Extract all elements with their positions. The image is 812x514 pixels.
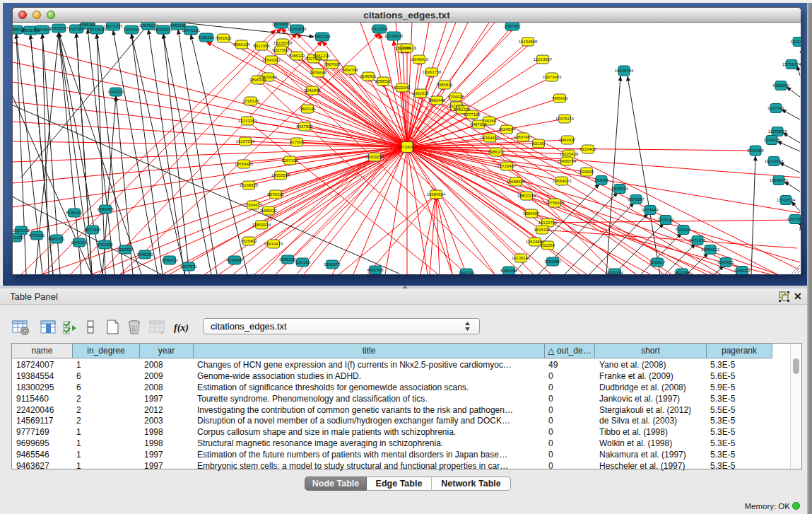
svg-text:7648350: 7648350 [136,252,153,257]
svg-text:417006: 417006 [290,140,305,144]
svg-text:1588520: 1588520 [375,79,392,83]
svg-text:19654985: 19654985 [235,162,254,166]
svg-text:20364436: 20364436 [481,136,500,140]
svg-text:6966160: 6966160 [79,23,96,27]
svg-text:7515526: 7515526 [123,28,140,32]
svg-text:10653267: 10653267 [49,26,69,30]
svg-text:8990448: 8990448 [428,98,445,103]
svg-text:8281489: 8281489 [500,269,517,273]
svg-text:7101226: 7101226 [294,260,311,264]
svg-text:15751074: 15751074 [782,62,801,66]
svg-text:10688609: 10688609 [507,180,526,184]
svg-text:13495794: 13495794 [558,159,577,163]
svg-text:7632621: 7632621 [675,228,692,232]
svg-text:8813054: 8813054 [371,27,388,31]
svg-text:9462158: 9462158 [170,23,187,28]
svg-text:8878332: 8878332 [267,192,284,197]
svg-text:8938914: 8938914 [611,187,628,191]
svg-text:16914479: 16914479 [264,242,283,246]
svg-text:3389083: 3389083 [97,207,114,211]
svg-text:9463627: 9463627 [559,138,576,142]
svg-text:19166825: 19166825 [240,183,259,187]
svg-text:746266: 746266 [482,119,497,123]
svg-text:12213369: 12213369 [238,119,257,123]
svg-text:79756928: 79756928 [546,201,565,205]
svg-text:8495931: 8495931 [48,237,65,241]
svg-text:9166978: 9166978 [324,262,341,267]
svg-text:9570154: 9570154 [606,271,623,274]
svg-text:9227343: 9227343 [767,106,784,110]
svg-text:15809934: 15809934 [252,223,271,227]
svg-text:19654923: 19654923 [553,179,572,183]
svg-text:9245652: 9245652 [717,260,734,264]
svg-text:7663822: 7663822 [215,36,232,40]
svg-text:11325419: 11325419 [398,46,417,50]
svg-text:699695: 699695 [579,170,594,174]
svg-text:8427552: 8427552 [296,124,313,129]
svg-text:4801845: 4801845 [367,268,384,272]
svg-text:4752553: 4752553 [96,243,113,247]
svg-text:3624534: 3624534 [498,127,515,132]
svg-text:15720407: 15720407 [498,164,517,168]
svg-text:1161559: 1161559 [13,235,24,240]
svg-text:12975115: 12975115 [555,117,575,121]
svg-text:8912954: 8912954 [253,44,270,48]
svg-text:9242845: 9242845 [304,88,321,93]
svg-text:9674444: 9674444 [642,208,659,212]
svg-text:16543362: 16543362 [262,58,281,62]
svg-text:9498222: 9498222 [260,209,277,213]
svg-text:2718176: 2718176 [242,99,259,103]
svg-text:2387682: 2387682 [504,24,521,28]
svg-text:6879197: 6879197 [628,197,645,201]
svg-text:19218506: 19218506 [384,34,404,38]
svg-text:7485063: 7485063 [551,96,568,100]
svg-text:10471211: 10471211 [182,28,201,33]
svg-text:164095: 164095 [594,178,609,182]
svg-text:3267130: 3267130 [281,158,298,163]
svg-text:8471676: 8471676 [689,238,706,243]
svg-text:2654235: 2654235 [13,228,30,233]
svg-text:1462704: 1462704 [458,271,475,274]
svg-text:16033809: 16033809 [272,23,291,26]
svg-text:16120746: 16120746 [539,221,558,225]
svg-text:8960124: 8960124 [233,42,250,47]
svg-text:19384554: 19384554 [427,192,446,197]
svg-text:10025438: 10025438 [560,152,579,156]
svg-text:8454749: 8454749 [341,68,358,72]
svg-text:9245012: 9245012 [734,269,751,273]
svg-text:7955812: 7955812 [436,83,453,87]
svg-text:3215958: 3215958 [747,148,764,153]
svg-text:252254: 252254 [541,243,555,247]
svg-text:4192832: 4192832 [117,247,134,252]
svg-text:4238849: 4238849 [226,258,243,262]
svg-text:14136141: 14136141 [512,256,531,260]
svg-text:13226058: 13226058 [273,41,293,45]
svg-text:12093853: 12093853 [768,129,787,134]
svg-text:6794028: 6794028 [447,95,464,99]
svg-text:2967608: 2967608 [324,62,341,66]
svg-text:18807249: 18807249 [517,194,536,198]
svg-text:f(x): f(x) [174,322,189,334]
svg-text:x: x [160,329,164,336]
svg-text:9146821: 9146821 [360,74,377,78]
svg-text:16961758: 16961758 [423,70,442,74]
svg-text:8186323: 8186323 [288,54,305,58]
svg-text:16053809: 16053809 [288,27,307,31]
svg-text:16640910: 16640910 [410,57,429,62]
svg-text:3875645: 3875645 [310,71,326,75]
svg-text:9537672: 9537672 [180,264,197,269]
svg-text:8451234: 8451234 [454,107,471,112]
svg-text:1244415: 1244415 [763,138,780,142]
svg-text:16648784: 16648784 [615,69,634,73]
svg-text:10671355: 10671355 [104,24,123,28]
svg-text:2803144: 2803144 [299,107,316,111]
svg-text:10654112: 10654112 [701,247,720,252]
svg-text:9327503: 9327503 [272,48,289,52]
svg-text:7857224: 7857224 [314,35,331,39]
svg-text:3252880: 3252880 [544,259,561,264]
svg-text:7986372: 7986372 [488,150,505,154]
svg-text:4078161: 4078161 [28,233,45,238]
svg-text:8322043: 8322043 [394,86,411,90]
svg-text:1167531: 1167531 [787,217,801,221]
svg-text:5155261: 5155261 [198,35,215,40]
